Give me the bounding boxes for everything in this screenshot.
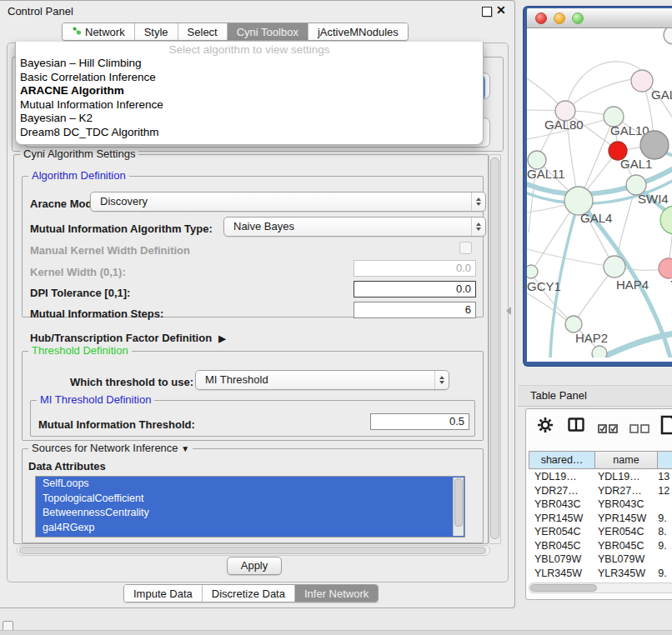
- network-edge[interactable]: [565, 62, 644, 111]
- network-node[interactable]: [664, 28, 672, 44]
- attribute-option-selected[interactable]: gal4RGexp: [36, 521, 464, 536]
- attribute-option-selected[interactable]: TopologicalCoefficient: [36, 492, 464, 507]
- table-cell[interactable]: 13: [654, 470, 672, 484]
- table-horizontal-scrollbar[interactable]: [529, 582, 672, 593]
- table-cell[interactable]: YPR145W: [594, 512, 654, 526]
- network-node-hap4[interactable]: [604, 256, 625, 278]
- gear-icon[interactable]: [536, 416, 554, 437]
- tab-discretize-data[interactable]: Discretize Data: [203, 585, 295, 602]
- tab-style[interactable]: Style: [135, 23, 178, 40]
- algorithm-option[interactable]: Bayesian – Hill Climbing: [16, 57, 483, 71]
- table-cell[interactable]: YBR043C: [529, 498, 594, 512]
- aracne-mode-combo[interactable]: Discovery: [90, 192, 486, 212]
- table-cell[interactable]: YDL19…: [594, 470, 654, 484]
- tab-cyni-toolbox[interactable]: Cyni Toolbox: [228, 23, 308, 40]
- table-row[interactable]: YBR043CYBR043C: [529, 498, 672, 512]
- table-cell[interactable]: YER054C: [529, 525, 594, 539]
- scrollbar-thumb[interactable]: [19, 547, 486, 554]
- network-node[interactable]: [640, 131, 669, 159]
- table-cell[interactable]: YDL19…: [529, 470, 594, 484]
- close-icon[interactable]: ✕: [496, 3, 506, 17]
- attribute-option-selected[interactable]: SelfLoops: [36, 477, 464, 492]
- algorithm-option[interactable]: Mutual Information Inference: [16, 98, 483, 112]
- tab-impute-data[interactable]: Impute Data: [124, 585, 203, 602]
- table-cell[interactable]: YLR345W: [529, 567, 594, 581]
- sources-group-title[interactable]: Sources for Network Inference ▼: [28, 442, 193, 454]
- table-row[interactable]: YDL19…YDL19…13: [529, 470, 672, 484]
- table-row[interactable]: YDR27…YDR27…12: [529, 484, 672, 498]
- table-row[interactable]: YBL079WYBL079W: [529, 552, 672, 567]
- network-canvas[interactable]: GAL7GAL80GAL10GAL1GAL11SWI4GAL4GCY1HAP4Y…: [527, 28, 672, 358]
- table-row[interactable]: YBR045CYBR045C9.: [529, 539, 672, 553]
- table-row[interactable]: YPR145WYPR145W9.: [529, 512, 672, 526]
- table-row[interactable]: YER054CYER054C8.: [529, 525, 672, 539]
- network-edge[interactable]: [532, 208, 573, 271]
- dpi-tolerance-field[interactable]: 0.0: [354, 281, 476, 298]
- algorithm-option[interactable]: ARACNE Algorithm: [16, 84, 483, 98]
- table-cell[interactable]: 8.: [654, 525, 672, 539]
- table-cell[interactable]: YPR145W: [529, 512, 594, 526]
- network-node-gal7[interactable]: [631, 70, 653, 92]
- close-traffic-light-icon[interactable]: [535, 12, 547, 24]
- algorithm-option[interactable]: Bayesian – K2: [16, 112, 483, 126]
- network-graph[interactable]: GAL7GAL80GAL10GAL1GAL11SWI4GAL4GCY1HAP4Y…: [527, 28, 672, 358]
- network-node-hap2[interactable]: [565, 316, 582, 332]
- algorithm-option[interactable]: Dream8 DC_TDC Algorithm: [16, 126, 483, 140]
- scrollbar-thumb[interactable]: [454, 478, 463, 527]
- table-cell[interactable]: 9.: [654, 512, 672, 526]
- minimize-traffic-light-icon[interactable]: [554, 12, 565, 24]
- split-columns-icon[interactable]: [568, 418, 584, 435]
- settings-horizontal-scrollbar[interactable]: [17, 545, 490, 556]
- checked-checkboxes-icon[interactable]: [598, 423, 618, 436]
- network-node-y[interactable]: [659, 258, 672, 278]
- table-cell[interactable]: 9.: [654, 567, 672, 581]
- table-cell[interactable]: YBL079W: [529, 552, 594, 567]
- table-cell[interactable]: [654, 498, 672, 512]
- network-node[interactable]: [592, 346, 607, 358]
- table-cell[interactable]: YLR345W: [594, 567, 654, 581]
- data-attributes-list[interactable]: SelfLoopsTopologicalCoefficientBetweenne…: [35, 476, 465, 538]
- network-window-titlebar[interactable]: [527, 8, 672, 28]
- tab-infer-network[interactable]: Infer Network: [295, 585, 378, 602]
- tab-jactivemnodules[interactable]: jActiveMNodules: [308, 23, 408, 40]
- apply-button[interactable]: Apply: [227, 557, 282, 575]
- tab-select[interactable]: Select: [178, 23, 228, 40]
- network-edge[interactable]: [527, 78, 560, 106]
- new-table-icon[interactable]: [659, 414, 672, 438]
- unchecked-checkboxes-icon[interactable]: [629, 423, 649, 436]
- attribute-option-selected[interactable]: BetweennessCentrality: [36, 506, 464, 521]
- hub-definition-expander[interactable]: Hub/Transcription Factor Definition▶: [30, 332, 226, 344]
- table-cell[interactable]: YBR045C: [529, 539, 594, 553]
- panel-splitter-arrow[interactable]: [506, 307, 511, 315]
- table-cell[interactable]: YDR27…: [594, 484, 654, 498]
- mi-steps-field[interactable]: 6: [354, 302, 476, 318]
- column-header-name[interactable]: name: [594, 451, 657, 469]
- algorithm-option[interactable]: Basic Correlation Inference: [16, 71, 483, 85]
- table-cell[interactable]: YBR045C: [594, 539, 654, 553]
- mi-type-combo[interactable]: Naive Bayes: [223, 217, 486, 237]
- table-cell[interactable]: 12: [654, 484, 672, 498]
- network-edge[interactable]: [527, 293, 568, 321]
- column-header-clipped[interactable]: [657, 451, 672, 469]
- network-edge-highlighted[interactable]: [602, 333, 672, 358]
- scrollbar-thumb[interactable]: [490, 158, 499, 539]
- column-header-shared[interactable]: shared…: [529, 451, 594, 469]
- zoom-traffic-light-icon[interactable]: [572, 12, 584, 24]
- float-window-icon[interactable]: [482, 7, 492, 17]
- settings-vertical-scrollbar[interactable]: [489, 154, 501, 544]
- table-cell[interactable]: YDR27…: [529, 484, 594, 498]
- kernel-width-field[interactable]: 0.0: [354, 260, 476, 277]
- table-cell[interactable]: [654, 552, 672, 567]
- table-cell[interactable]: 9.: [654, 539, 672, 553]
- which-threshold-combo[interactable]: MI Threshold: [195, 370, 449, 390]
- list-scrollbar[interactable]: [453, 478, 464, 536]
- tab-network[interactable]: Network: [63, 23, 135, 40]
- manual-kernel-width-checkbox[interactable]: [459, 242, 472, 254]
- scrollbar-thumb[interactable]: [530, 584, 597, 592]
- table-cell[interactable]: YBR043C: [594, 498, 654, 512]
- table-cell[interactable]: YBL079W: [594, 552, 654, 567]
- network-node-gcy1[interactable]: [527, 265, 538, 278]
- mi-threshold-field[interactable]: 0.5: [370, 413, 469, 430]
- table-row[interactable]: YLR345WYLR345W9.: [529, 567, 672, 581]
- table-cell[interactable]: YER054C: [594, 525, 654, 539]
